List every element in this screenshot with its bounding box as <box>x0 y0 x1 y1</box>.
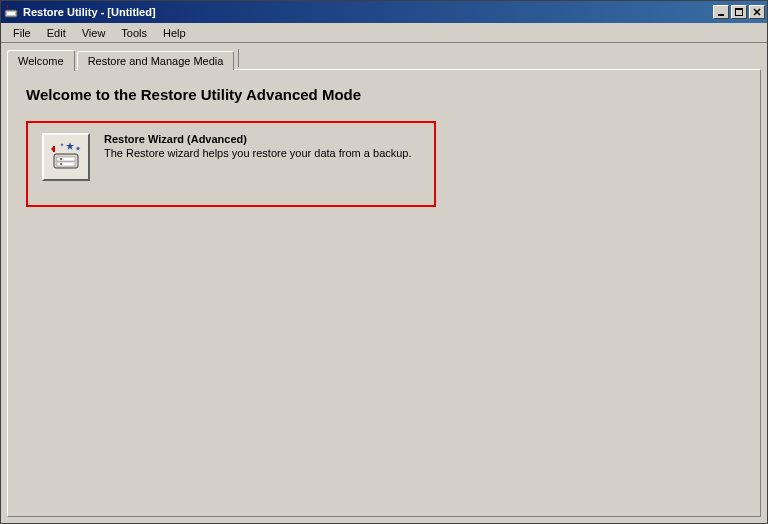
wizard-text-block: Restore Wizard (Advanced) The Restore wi… <box>104 133 420 159</box>
tab-welcome[interactable]: Welcome <box>7 50 75 71</box>
window-title: Restore Utility - [Untitled] <box>23 6 713 18</box>
highlight-annotation: Restore Wizard (Advanced) The Restore wi… <box>26 121 436 207</box>
svg-marker-10 <box>66 142 74 150</box>
svg-marker-11 <box>76 146 81 151</box>
restore-wizard-icon <box>48 138 84 176</box>
svg-rect-1 <box>7 12 15 15</box>
menu-edit[interactable]: Edit <box>39 25 74 41</box>
minimize-button[interactable] <box>713 5 729 19</box>
tab-panel-welcome: Welcome to the Restore Utility Advanced … <box>7 69 761 517</box>
wizard-description: The Restore wizard helps you restore you… <box>104 147 420 159</box>
menu-help[interactable]: Help <box>155 25 194 41</box>
svg-rect-4 <box>735 8 743 10</box>
titlebar: Restore Utility - [Untitled] <box>1 1 767 23</box>
svg-rect-2 <box>718 14 724 16</box>
restore-wizard-button[interactable] <box>42 133 90 181</box>
maximize-button[interactable] <box>731 5 747 19</box>
app-window: Restore Utility - [Untitled] File Edit V… <box>0 0 768 524</box>
menu-tools[interactable]: Tools <box>113 25 155 41</box>
tab-restore-manage-media[interactable]: Restore and Manage Media <box>77 51 235 70</box>
tabstrip: Welcome Restore and Manage Media <box>7 47 761 69</box>
window-controls <box>713 5 765 19</box>
app-icon <box>3 4 19 20</box>
svg-marker-12 <box>60 143 63 146</box>
wizard-title: Restore Wizard (Advanced) <box>104 133 420 145</box>
menu-file[interactable]: File <box>5 25 39 41</box>
tab-separator <box>238 49 239 67</box>
menubar: File Edit View Tools Help <box>1 23 767 43</box>
page-heading: Welcome to the Restore Utility Advanced … <box>26 86 742 103</box>
svg-rect-6 <box>57 157 75 161</box>
close-button[interactable] <box>749 5 765 19</box>
svg-point-8 <box>60 158 62 160</box>
client-area: Welcome Restore and Manage Media Welcome… <box>1 43 767 523</box>
menu-view[interactable]: View <box>74 25 114 41</box>
svg-point-9 <box>60 163 62 165</box>
svg-rect-7 <box>57 162 75 166</box>
